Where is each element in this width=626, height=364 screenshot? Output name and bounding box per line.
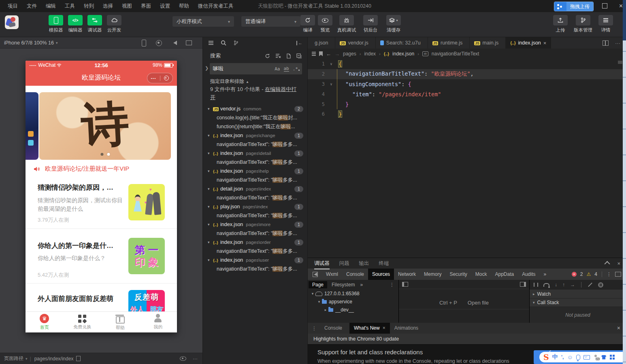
tree-item-appservice[interactable]: ▾ appservice [308, 298, 398, 306]
search-result-row[interactable]: function(){return{title:"我正在哆啦... [203, 122, 307, 131]
search-result-row[interactable]: console.log(e),{title:"我正在哆啦封... [203, 113, 307, 122]
keyboard-icon[interactable] [583, 355, 590, 360]
more-sidebar-tabs-icon[interactable]: » [360, 282, 363, 288]
code-editor[interactable]: 1∨ { 2 "navigationBarTitleText": "欧皇源码论坛… [308, 59, 626, 119]
menu-item[interactable]: 文件 [22, 3, 41, 10]
search-result-row[interactable]: ▾ {..} play.json pages\index 1 [203, 202, 307, 211]
explorer-icon[interactable] [209, 42, 213, 43]
step-over-icon[interactable] [543, 283, 549, 287]
devtools-tab[interactable]: Network [394, 269, 420, 280]
project-avatar[interactable] [5, 15, 19, 29]
menu-item[interactable]: 项目 [3, 3, 22, 10]
drawer-menu-icon[interactable]: ⋮ [312, 326, 317, 331]
collapse-sidebar-icon[interactable]: ← [296, 40, 302, 45]
menu-item[interactable]: 工具 [60, 3, 79, 10]
search-result-row[interactable]: navigationBarTitleText": "哆啦多多... [203, 176, 307, 184]
debugger-panel-tab[interactable]: 输出 [359, 260, 369, 267]
window-restore-button[interactable] [602, 3, 607, 8]
clear-cache-button[interactable]: ▾ 清缓存 [383, 15, 404, 33]
whole-word-toggle[interactable]: ab [284, 66, 289, 72]
menu-item[interactable]: 帮助 [175, 3, 194, 10]
show-debugger-icon[interactable] [520, 282, 526, 287]
window-close-button[interactable]: × [619, 0, 623, 12]
tab-exchange[interactable]: 免费兑换 [64, 312, 102, 332]
match-case-toggle[interactable]: Aa [275, 66, 280, 72]
open-file-label[interactable]: Open file [468, 300, 489, 306]
search-result-row[interactable]: ▾ {..} index.json pages\help 1 [203, 167, 307, 176]
step-icon[interactable]: → [570, 283, 575, 287]
devtools-tab[interactable]: Console [342, 269, 368, 280]
match-line[interactable]: navigationBarTitleText": "哆啦多多... [203, 247, 307, 256]
drag-upload-button[interactable]: 拖拽上传 [554, 2, 594, 11]
crumb-pages[interactable]: pages [343, 51, 356, 57]
nav-forward-icon[interactable]: → [334, 51, 340, 57]
inspect-element-icon[interactable] [313, 272, 318, 277]
ime-skin-icon[interactable] [601, 355, 607, 360]
tree-item-dev[interactable]: ▸ __dev__ [308, 306, 398, 314]
carousel-banner[interactable]: 诗 [26, 92, 177, 160]
source-control-icon[interactable] [234, 40, 238, 46]
devtools-menu-icon[interactable]: ⋮ [607, 271, 611, 277]
debugger-panel-tab[interactable]: 问题 [339, 260, 349, 267]
search-icon[interactable] [221, 40, 226, 46]
crumb-file[interactable]: index.json [392, 51, 414, 57]
search-result-row[interactable]: ▾ {..} index.json pages\user 1 [203, 256, 307, 265]
match-line[interactable]: console.log(e),{title:"我正在哆啦封... [203, 113, 307, 122]
watch-section[interactable]: ▸ Watch [530, 290, 626, 298]
regex-toggle[interactable]: .* [293, 66, 300, 72]
devtools-tab[interactable]: Mock [471, 269, 491, 280]
dock-side-icon[interactable] [615, 272, 621, 277]
drawer-tab[interactable]: What's New× [349, 323, 390, 334]
editor-tab[interactable]: JS vendor.js [335, 37, 375, 49]
device-debug-button[interactable]: 真机调试 [335, 15, 358, 33]
expand-caret-icon[interactable]: ▾ [208, 149, 213, 158]
mode-select[interactable]: 小程序模式▾ [172, 16, 234, 27]
editor-scrollbar[interactable] [618, 61, 622, 64]
details-button[interactable]: 详情 [598, 15, 613, 33]
compile-mode-select[interactable]: 普通编译▾ [241, 16, 300, 27]
search-result-row[interactable]: navigationBarTitleText": "哆啦多多... [203, 140, 307, 149]
match-line[interactable]: navigationBarTitleText": "哆啦多多... [203, 265, 307, 273]
switch-background-button[interactable]: 切后台 [361, 15, 380, 33]
drawer-tab[interactable]: Console [320, 323, 349, 334]
expand-caret-icon[interactable]: ▾ [208, 202, 213, 211]
search-result-row[interactable]: navigationBarTitleText": "哆啦多多... [203, 265, 307, 273]
warning-icon[interactable]: ⚠ [587, 271, 591, 277]
search-result-row[interactable]: ▾ {..} index.json pages\change 1 [203, 131, 307, 140]
minimize-target-icon[interactable] [160, 76, 173, 80]
split-editor-icon[interactable] [603, 40, 609, 46]
announcement-bar[interactable]: 欧皇源码论坛/注册就送一年VIP [34, 165, 172, 173]
expand-caret-icon[interactable]: ▾ [208, 220, 213, 229]
cloud-dev-button[interactable]: 云开发 [107, 15, 121, 33]
hide-navigator-icon[interactable] [402, 282, 408, 287]
expand-caret-icon[interactable]: ▾ [208, 104, 213, 113]
expand-caret-icon[interactable]: ▾ [208, 256, 213, 265]
sidebar-tab-filesystem[interactable]: Filesystem [328, 281, 358, 288]
pause-on-exceptions-icon[interactable] [598, 282, 603, 288]
match-line[interactable]: navigationBarTitleText": "哆啦多多... [203, 211, 307, 220]
search-result-row[interactable]: ▾ {..} index.json pages\detail 1 [203, 149, 307, 158]
tree-item-host[interactable]: ▾ 127.0.0.1:65368 [308, 290, 398, 298]
visibility-icon[interactable] [180, 356, 186, 361]
expand-caret-icon[interactable]: ▾ [208, 184, 213, 193]
step-out-icon[interactable]: ↑ [562, 283, 565, 287]
editor-tab[interactable]: {..} index.json × [506, 37, 551, 49]
crumb-index[interactable]: index [364, 51, 376, 57]
refresh-icon[interactable] [265, 53, 270, 59]
menu-item[interactable]: 设置 [155, 3, 175, 10]
match-line[interactable]: navigationBarTitleText": "哆啦多多... [203, 229, 307, 238]
multi-window-icon[interactable] [186, 40, 192, 45]
devtools-tab[interactable]: Audits [518, 269, 539, 280]
outline-icon[interactable] [312, 53, 316, 54]
expand-caret-icon[interactable]: ▾ [208, 167, 213, 176]
upload-button[interactable]: 上传 [553, 15, 568, 33]
devtools-tab[interactable]: Security [445, 269, 471, 280]
debugger-button[interactable]: 调试器 [87, 15, 102, 33]
search-result-row[interactable]: navigationBarTitleText": "哆啦多多... [203, 229, 307, 238]
devtools-tab[interactable]: Wxml [322, 269, 342, 280]
search-result-row[interactable]: navigationBarTitleText": "哆啦多多... [203, 193, 307, 202]
search-details-toggle[interactable]: 指定目录和排除▲ [210, 78, 249, 85]
menu-item[interactable]: 编辑 [41, 3, 60, 10]
editor-button[interactable]: </> 编辑器 [68, 15, 83, 33]
mute-icon[interactable] [172, 41, 176, 44]
